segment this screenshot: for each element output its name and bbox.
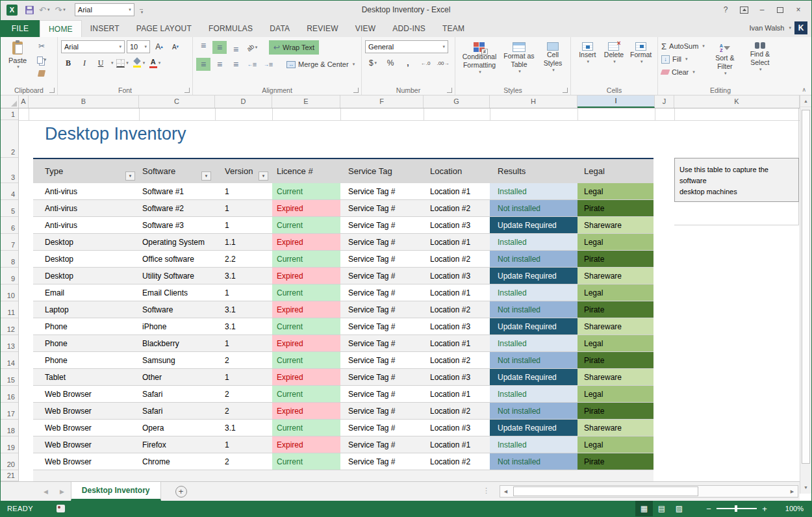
cell-location[interactable]: Location #3 [424, 318, 490, 334]
cell-type[interactable]: Desktop [33, 234, 139, 250]
cell-location[interactable]: Location #1 [424, 183, 490, 199]
cell-styles-button[interactable]: Cell Styles ▾ [539, 40, 567, 84]
cell-location[interactable]: Location #3 [424, 217, 490, 233]
column-header-E[interactable]: E [272, 95, 340, 108]
cell-type[interactable]: Laptop [33, 301, 139, 318]
merge-center-button[interactable]: ↔ Merge & Center ▾ [284, 58, 357, 71]
row-header-13[interactable]: 13 [1, 335, 18, 352]
column-header-H[interactable]: H [490, 95, 577, 108]
cell-type[interactable]: Phone [33, 335, 139, 351]
cell-software[interactable]: Operating System [139, 234, 215, 250]
column-header-F[interactable]: F [340, 95, 424, 108]
tab-file[interactable]: FILE [1, 20, 40, 37]
cell-licence[interactable]: Current [272, 420, 340, 436]
cell-service-tag[interactable]: Service Tag # [340, 284, 424, 301]
cell-licence[interactable]: Current [272, 352, 340, 368]
fill-color-button[interactable]: ▾ [132, 57, 146, 69]
cell-legal[interactable]: Legal [577, 234, 653, 250]
cell-software[interactable]: Safari [139, 403, 215, 419]
underline-caret-icon[interactable]: ▾ [111, 60, 114, 66]
column-header-D[interactable]: D [215, 95, 272, 108]
cell-licence[interactable]: Expired [272, 200, 340, 216]
format-as-table-button[interactable]: Format as Table ▾ [501, 40, 537, 84]
row-header-19[interactable]: 19 [1, 436, 18, 453]
conditional-formatting-button[interactable]: ≠ Conditional Formatting ▾ [459, 40, 500, 84]
column-legal-header[interactable]: Legal [577, 159, 653, 183]
fill-button[interactable]: ↓Fill▾ [661, 53, 705, 65]
cell-legal[interactable]: Shareware [577, 369, 653, 385]
row-header-10[interactable]: 10 [1, 284, 18, 301]
borders-button[interactable]: ▾ [116, 57, 130, 69]
row-header-5[interactable]: 5 [1, 200, 18, 217]
vertical-scrollbar[interactable]: ▲ [800, 95, 811, 481]
row-header-20[interactable]: 20 [1, 453, 18, 470]
cell-results[interactable]: Update Required [490, 318, 577, 334]
tab-formulas[interactable]: FORMULAS [200, 20, 261, 37]
column-header-I[interactable]: I [577, 95, 655, 108]
wrap-text-button[interactable]: ↩ Wrap Text [269, 40, 319, 55]
cell-results[interactable]: Not installed [490, 200, 577, 216]
cell-type[interactable]: Web Browser [33, 453, 139, 470]
zoom-slider-thumb[interactable] [735, 505, 737, 512]
cell-location[interactable]: Location #2 [424, 352, 490, 368]
filter-button-software[interactable]: ▼ [201, 171, 211, 181]
clipboard-dialog-launcher[interactable] [49, 88, 55, 93]
cell-legal[interactable]: Pirate [577, 453, 653, 470]
column-service-tag-header[interactable]: Service Tag [340, 159, 424, 183]
cell-legal[interactable]: Legal [577, 386, 653, 402]
macro-record-icon[interactable] [57, 505, 65, 512]
cell-software[interactable]: Firefox [139, 436, 215, 453]
cell-software[interactable]: Office software [139, 251, 215, 267]
zoom-out-button[interactable]: − [702, 504, 715, 514]
sheet-nav-left-button[interactable]: ◀ [44, 488, 48, 495]
styles-dialog-launcher[interactable] [563, 88, 568, 93]
cell-software[interactable]: Safari [139, 386, 215, 402]
autosum-button[interactable]: ΣAutoSum▾ [661, 40, 705, 52]
align-center-button[interactable]: ≡ [212, 58, 227, 71]
cell-legal[interactable]: Pirate [577, 301, 653, 318]
cell-location[interactable]: Location #2 [424, 200, 490, 216]
row-header-3[interactable]: 3 [1, 158, 18, 183]
tab-home[interactable]: HOME [40, 20, 82, 37]
zoom-level-label[interactable]: 100% [775, 505, 804, 512]
cell-legal[interactable]: Pirate [577, 251, 653, 267]
restore-button[interactable] [771, 3, 789, 17]
zoom-in-button[interactable]: + [758, 504, 771, 514]
cell-results[interactable]: Update Required [490, 369, 577, 385]
cell-software[interactable]: Software #1 [139, 183, 215, 199]
worksheet-area[interactable]: 123456789101112131415161718192021 Deskto… [1, 108, 800, 481]
cell-location[interactable]: Location #1 [424, 284, 490, 301]
column-header-J[interactable]: J [655, 95, 674, 108]
cell-software[interactable]: Opera [139, 420, 215, 436]
number-dialog-launcher[interactable] [447, 88, 452, 93]
cell-type[interactable]: Email [33, 284, 139, 301]
cell-type[interactable]: Anti-virus [33, 200, 139, 216]
scroll-down-button[interactable]: ▼ [800, 481, 811, 494]
cell-location[interactable]: Location #3 [424, 420, 490, 436]
cell-results[interactable]: Not installed [490, 251, 577, 267]
cell-location[interactable]: Location #2 [424, 453, 490, 470]
alignment-dialog-launcher[interactable] [353, 88, 359, 93]
cell-legal[interactable]: Legal [577, 284, 653, 301]
cell-results[interactable]: Installed [490, 386, 577, 402]
cell-service-tag[interactable]: Service Tag # [340, 420, 424, 436]
cell-version[interactable]: 1 [215, 284, 272, 301]
cell-software[interactable]: iPhone [139, 318, 215, 334]
cell-type[interactable]: Desktop [33, 268, 139, 284]
cell-type[interactable]: Web Browser [33, 386, 139, 402]
cell-software[interactable]: Utility Software [139, 268, 215, 284]
cell-version[interactable]: 1 [215, 183, 272, 199]
cell-version[interactable]: 2.2 [215, 251, 272, 267]
increase-indent-button[interactable]: →≡ [261, 58, 275, 71]
qat-font-combo[interactable]: Arial▾ [75, 3, 134, 16]
cell-software[interactable]: Software [139, 301, 215, 318]
cell-type[interactable]: Anti-virus [33, 217, 139, 233]
cell-service-tag[interactable]: Service Tag # [340, 183, 424, 199]
cell-type[interactable]: Anti-virus [33, 183, 139, 199]
cell-service-tag[interactable]: Service Tag # [340, 352, 424, 368]
cell-version[interactable]: 1 [215, 369, 272, 385]
cell-licence[interactable]: Expired [272, 403, 340, 419]
format-painter-button[interactable] [34, 68, 49, 79]
decrease-font-button[interactable]: A▾ [168, 40, 183, 53]
cell-legal[interactable]: Shareware [577, 268, 653, 284]
